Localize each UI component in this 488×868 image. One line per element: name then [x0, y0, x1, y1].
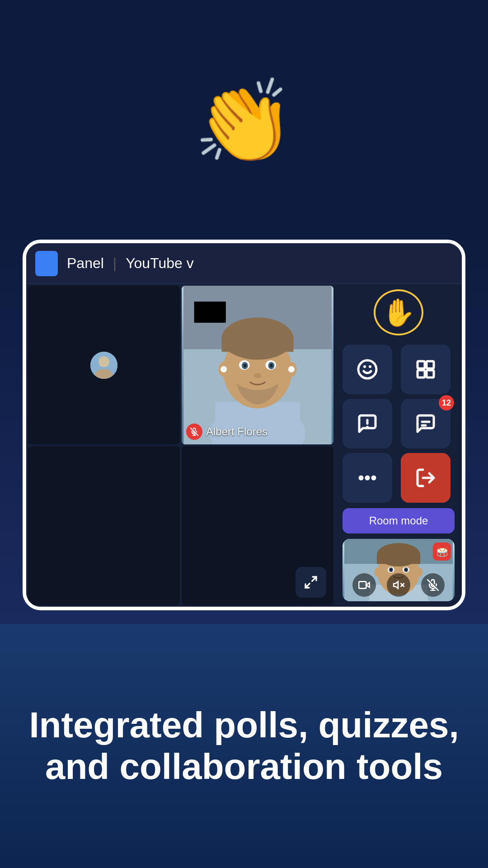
- expand-button[interactable]: [296, 567, 326, 598]
- tablet-body: Albert Flores: [26, 284, 462, 607]
- youtube-tab-label[interactable]: YouTube v: [126, 255, 194, 272]
- svg-rect-11: [221, 336, 293, 352]
- panel-tab-label[interactable]: Panel: [67, 255, 104, 272]
- svg-point-37: [360, 476, 362, 479]
- tab-blue-indicator: [35, 251, 58, 276]
- svg-point-22: [221, 366, 227, 373]
- svg-rect-58: [359, 581, 366, 588]
- icon-grid: 12: [343, 344, 455, 503]
- room-mode-label: Room mode: [369, 514, 428, 527]
- speaker-icon[interactable]: [387, 573, 410, 597]
- top-section: 👏: [0, 0, 488, 226]
- poll-question-button[interactable]: [343, 399, 392, 448]
- svg-rect-32: [427, 370, 434, 377]
- headline: Integrated polls, quizzes, and collabora…: [27, 704, 461, 788]
- avatar-topleft: [90, 352, 117, 379]
- video-cell-bottomright: [182, 446, 333, 605]
- svg-point-1: [99, 356, 109, 367]
- svg-rect-30: [427, 361, 434, 368]
- video-cell-bottomleft: [28, 446, 180, 605]
- svg-marker-59: [394, 581, 398, 588]
- chat-button[interactable]: 12: [401, 399, 450, 448]
- svg-rect-48: [377, 555, 420, 564]
- video-cell-topleft: [28, 286, 180, 444]
- tablet-frame: Panel | YouTube v: [23, 240, 465, 610]
- person-card-bottom: 🥁: [343, 539, 455, 601]
- mic-muted-icon[interactable]: [421, 573, 445, 597]
- more-options-button[interactable]: [343, 453, 392, 503]
- tablet-section: Panel | YouTube v: [0, 226, 488, 624]
- svg-rect-31: [418, 370, 425, 377]
- svg-point-53: [390, 568, 392, 571]
- svg-point-18: [254, 373, 261, 378]
- chat-badge: 12: [439, 395, 454, 410]
- svg-rect-29: [418, 361, 425, 368]
- video-toggle-icon[interactable]: [352, 573, 376, 597]
- bottom-section: Integrated polls, quizzes, and collabora…: [0, 624, 488, 868]
- emoji-reaction-button[interactable]: [343, 344, 392, 394]
- svg-point-54: [405, 568, 407, 571]
- tablet-topbar: Panel | YouTube v: [26, 243, 462, 284]
- person-card-controls: [343, 573, 455, 597]
- mute-indicator-albert: [186, 424, 202, 440]
- room-mode-button[interactable]: Room mode: [343, 508, 455, 533]
- name-tag-albert: Albert Flores: [186, 424, 267, 440]
- person-face-albert: [182, 286, 333, 444]
- video-cell-albert: Albert Flores: [182, 286, 333, 444]
- svg-point-16: [243, 364, 246, 368]
- svg-point-26: [358, 360, 376, 378]
- svg-point-38: [366, 476, 369, 479]
- raise-hand-button[interactable]: ✋: [374, 289, 423, 335]
- svg-point-17: [270, 364, 273, 368]
- tab-separator: |: [113, 255, 117, 272]
- svg-point-39: [372, 476, 375, 479]
- right-panel: ✋: [335, 284, 462, 607]
- exit-button[interactable]: [401, 453, 450, 503]
- svg-rect-5: [194, 302, 226, 323]
- grid-layout-button[interactable]: [401, 344, 450, 394]
- clapping-emoji: 👏: [193, 74, 295, 170]
- person-name-albert: Albert Flores: [206, 425, 267, 438]
- video-grid: Albert Flores: [26, 284, 335, 607]
- svg-point-21: [288, 366, 295, 373]
- drum-badge: 🥁: [433, 542, 451, 561]
